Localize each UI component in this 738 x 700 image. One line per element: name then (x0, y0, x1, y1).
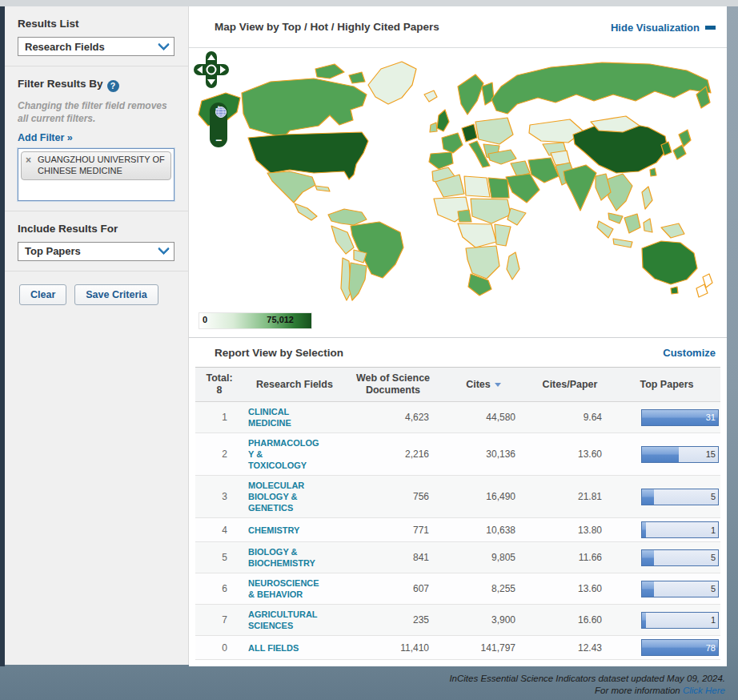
country-peru[interactable] (331, 226, 354, 254)
research-field-link[interactable]: MOLECULAR BIOLOGY & GENETICS (248, 481, 304, 513)
cites-per-paper-value: 13.60 (527, 433, 613, 476)
research-field-link[interactable]: NEUROSCIENCE & BEHAVIOR (248, 578, 319, 599)
research-field-link[interactable]: BIOLOGY & BIOCHEMISTRY (248, 547, 315, 568)
top-papers-value: 78 (706, 643, 716, 653)
table-row: 1 CLINICAL MEDICINE 4,623 44,580 9.64 31 (195, 402, 720, 433)
country-central-africa[interactable] (458, 223, 496, 247)
country-eastern-europe[interactable] (475, 118, 513, 144)
add-filter-link[interactable]: Add Filter » (18, 132, 73, 143)
customize-link[interactable]: Customize (663, 347, 716, 359)
map-zoom-control[interactable]: + − (210, 103, 227, 147)
country-java[interactable] (613, 239, 632, 247)
country-norway-sweden[interactable] (458, 74, 483, 115)
country-spain[interactable] (429, 152, 453, 169)
cites-value: 10,638 (440, 518, 527, 542)
map-visualization: + − 0 75,012 (189, 48, 727, 338)
country-canada[interactable] (242, 78, 367, 138)
country-france[interactable] (442, 133, 463, 153)
remove-filter-icon[interactable]: × (26, 155, 31, 167)
country-canada-arctic2[interactable] (349, 72, 365, 83)
wos-documents-value: 2,216 (346, 433, 440, 476)
top-papers-bar: 1 (641, 521, 719, 538)
sidebar: Results List Research Fields Filter Resu… (5, 6, 189, 665)
wos-documents-value: 771 (346, 518, 440, 542)
table-row: 6 NEUROSCIENCE & BEHAVIOR 607 8,255 13.6… (195, 573, 720, 605)
click-here-link[interactable]: Click Here (683, 686, 725, 695)
chevron-down-icon (157, 243, 170, 255)
country-philippines[interactable] (642, 187, 652, 209)
country-iceland[interactable] (424, 91, 437, 102)
dropdown-button[interactable] (153, 247, 174, 255)
help-icon[interactable]: ? (107, 80, 119, 92)
results-list-selected-value: Research Fields (18, 41, 153, 53)
country-egypt[interactable] (488, 178, 509, 198)
hide-visualization-link[interactable]: Hide Visualization (611, 22, 700, 34)
country-nigeria[interactable] (458, 210, 471, 222)
research-field-link[interactable]: PHARMACOLOG Y & TOXICOLOGY (248, 438, 319, 470)
col-cites-sort[interactable]: Cites (440, 368, 527, 402)
row-rank: 1 (195, 402, 243, 433)
country-japan-north[interactable] (679, 130, 691, 147)
cites-value: 16,490 (440, 476, 527, 518)
cites-value: 3,900 (440, 605, 527, 636)
research-field-link[interactable]: AGRICULTURAL SCIENCES (248, 609, 318, 630)
cites-value: 30,136 (440, 433, 527, 476)
results-list-dropdown[interactable]: Research Fields (18, 37, 174, 56)
filter-results-by-label: Filter Results By? (18, 78, 178, 92)
country-malaysia[interactable] (608, 213, 623, 223)
country-chad-sudan[interactable] (471, 199, 511, 223)
top-papers-value: 1 (711, 525, 716, 535)
country-japan-south[interactable] (673, 145, 686, 159)
country-australia[interactable] (642, 241, 697, 284)
research-field-link[interactable]: CLINICAL MEDICINE (248, 407, 291, 428)
col-top-papers: Top Papers (613, 368, 720, 402)
top-papers-bar: 5 (641, 489, 719, 505)
include-results-label: Include Results For (18, 223, 178, 235)
country-central-america[interactable] (295, 203, 317, 220)
country-russia[interactable] (491, 62, 711, 114)
country-argentina[interactable] (349, 263, 367, 300)
country-mexico[interactable] (267, 171, 315, 203)
country-colombia-venezuela[interactable] (328, 209, 367, 225)
country-new-guinea[interactable] (661, 223, 684, 238)
country-saudi-arabia[interactable] (506, 174, 539, 203)
country-libya[interactable] (464, 176, 490, 197)
country-horn-of-africa[interactable] (507, 208, 526, 225)
country-cuba[interactable] (315, 186, 330, 191)
wos-documents-value: 841 (346, 542, 440, 573)
globe-icon[interactable] (215, 106, 227, 119)
map-pan-control[interactable] (194, 51, 229, 88)
results-list-label: Results List (18, 18, 178, 30)
country-east-africa[interactable] (495, 224, 511, 246)
country-canada-arctic[interactable] (315, 64, 344, 78)
cites-per-paper-value: 13.60 (527, 573, 613, 605)
research-field-link[interactable]: CHEMISTRY (248, 525, 299, 535)
top-papers-bar: 78 (641, 639, 719, 656)
zoom-out-button[interactable]: − (215, 135, 222, 146)
country-uk[interactable] (437, 110, 449, 131)
top-strip (0, 0, 738, 6)
col-wos-documents: Web of Science Documents (346, 368, 440, 402)
include-results-dropdown[interactable]: Top Papers (18, 242, 174, 261)
top-papers-bar-fill (642, 447, 679, 462)
country-germany[interactable] (462, 124, 477, 142)
country-madagascar[interactable] (507, 252, 519, 280)
top-papers-value: 1 (711, 615, 716, 625)
country-usa[interactable] (248, 132, 368, 179)
minus-icon[interactable] (705, 26, 716, 30)
country-sulawesi[interactable] (644, 219, 652, 232)
dropdown-button[interactable] (153, 42, 174, 51)
country-ireland[interactable] (430, 123, 437, 132)
research-field-link[interactable]: ALL FIELDS (248, 643, 299, 653)
save-criteria-button[interactable]: Save Criteria (74, 284, 158, 305)
footer-info-line: For more information Click Here (449, 685, 725, 697)
filter-tags-box[interactable]: × GUANGZHOU UNIVERSITY OF CHINESE MEDICI… (18, 148, 174, 201)
country-greenland[interactable] (368, 62, 416, 104)
country-india[interactable] (564, 165, 596, 211)
filter-results-by-text: Filter Results By (18, 78, 103, 90)
country-borneo[interactable] (624, 214, 640, 233)
country-tasmania[interactable] (671, 287, 678, 294)
country-sumatra[interactable] (597, 221, 613, 238)
country-taiwan[interactable] (650, 168, 656, 176)
clear-button[interactable]: Clear (19, 284, 66, 305)
